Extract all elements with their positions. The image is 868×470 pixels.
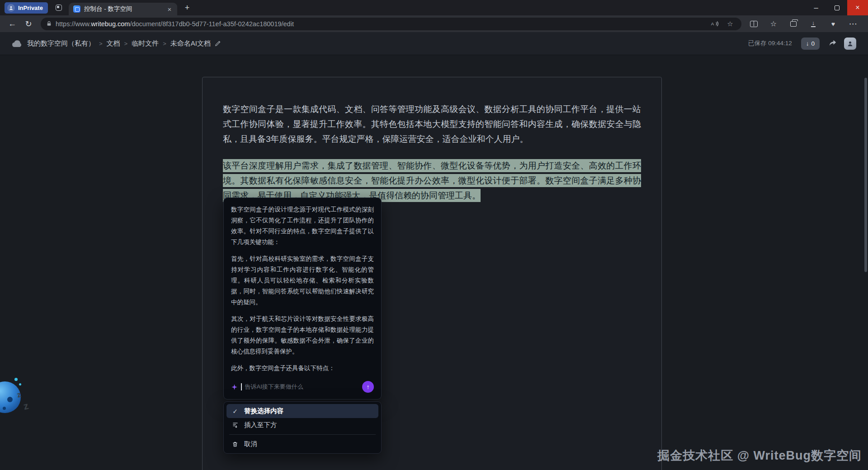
up-arrow-icon: ↑	[367, 381, 370, 392]
insert-below-icon	[231, 422, 239, 428]
scrollbar-thumb[interactable]	[864, 78, 867, 272]
breadcrumb-item-current[interactable]: 未命名AI文档	[170, 39, 211, 48]
sparkle-icon	[231, 384, 238, 390]
downloads-button[interactable]: ↓	[806, 17, 821, 31]
menu-item-label: 替换选择内容	[244, 407, 283, 415]
ai-generated-paragraph: 其次，对于航天和芯片设计等对数据安全性要求极高的行业，数字空间盒子的本地存储和数…	[231, 314, 374, 357]
mascot-antenna-dot	[19, 383, 21, 385]
selected-text[interactable]: 该平台深度理解用户需求，集成了数据管理、智能协作、微型化设备等优势，为用户打造安…	[223, 159, 641, 202]
rename-pencil-icon[interactable]	[215, 40, 221, 47]
download-count-button[interactable]: ↓ 0	[801, 38, 820, 50]
send-prompt-button[interactable]: ↑	[362, 381, 374, 393]
menu-item-cancel[interactable]: 取消	[226, 437, 378, 451]
add-favorite-icon[interactable]: ☆	[724, 18, 736, 30]
mascot-spot	[7, 397, 13, 402]
breadcrumb-item-docs[interactable]: 文档	[107, 39, 120, 48]
text-cursor	[241, 383, 242, 390]
workspaces-icon	[56, 5, 62, 11]
breadcrumb-item-temp[interactable]: 临时文件	[132, 39, 159, 48]
window-controls: ─ ×	[806, 0, 868, 15]
chevron-right-icon: >	[99, 40, 103, 47]
svg-text:A: A	[711, 21, 714, 26]
ai-generated-paragraph: 此外，数字空间盒子还具备以下特点：	[231, 363, 374, 374]
more-menu-button[interactable]: ⋯	[845, 17, 861, 31]
tab-active[interactable]: 控制台 - 数字空间 ×	[69, 3, 177, 15]
refresh-button[interactable]: ↻	[21, 17, 36, 31]
tab-title: 控制台 - 数字空间	[84, 5, 162, 13]
watermark-text: 掘金技术社区 @ WriteBug数字空间	[657, 447, 862, 464]
save-status: 已保存 09:44:12	[748, 39, 792, 47]
trash-icon	[231, 441, 239, 447]
person-icon	[7, 4, 15, 12]
ai-prompt-input[interactable]: 告诉AI接下来要做什么 ↑	[231, 380, 374, 394]
breadcrumb: 我的数字空间（私有） > 文档 > 临时文件 > 未命名AI文档	[27, 39, 221, 48]
lock-icon	[46, 21, 52, 27]
back-button[interactable]: ←	[5, 17, 20, 31]
split-screen-button[interactable]	[746, 17, 761, 31]
mascot-spot	[3, 407, 6, 410]
avatar-person-icon	[847, 40, 854, 47]
chevron-right-icon: >	[124, 40, 128, 47]
share-icon	[829, 40, 837, 47]
mascot-antenna-dot	[14, 378, 18, 381]
menu-item-insert-below[interactable]: 插入至下方	[226, 418, 378, 432]
inprivate-badge[interactable]: InPrivate	[5, 2, 48, 14]
menu-item-label: 插入至下方	[244, 421, 277, 429]
editor-content: 数字空间盒子是一款集成代码、文档、问答等管理功能及高级会议、数据分析工具的协同工…	[0, 55, 868, 470]
close-window-button[interactable]: ×	[847, 0, 868, 15]
ai-generated-paragraph: 首先，针对高校科研实验室的需求，数字空间盒子支持对学习内容和工作内容进行数字化、…	[231, 254, 374, 308]
url-text: https://www. writebug.com /document/8f31…	[56, 20, 705, 28]
menu-item-replace-selection[interactable]: ✓ 替换选择内容	[226, 404, 378, 418]
download-icon: ↓	[806, 40, 809, 47]
browser-essentials-button[interactable]: ♥	[826, 17, 841, 31]
tab-strip: InPrivate 控制台 - 数字空间 × + ─ ×	[0, 0, 868, 15]
maximize-icon	[835, 5, 840, 10]
document-paragraph-1[interactable]: 数字空间盒子是一款集成代码、文档、问答等管理功能及高级会议、数据分析工具的协同工…	[223, 102, 641, 146]
browser-toolbar: ← ↻ https://www. writebug.com /document/…	[0, 15, 868, 32]
ai-action-menu: ✓ 替换选择内容 插入至下方 取消	[223, 401, 382, 454]
address-bar[interactable]: https://www. writebug.com /document/8f31…	[41, 18, 741, 30]
breadcrumb-item-space[interactable]: 我的数字空间（私有）	[27, 39, 95, 48]
new-tab-button[interactable]: +	[181, 1, 193, 14]
download-count: 0	[811, 40, 815, 47]
url-scheme: https://www.	[56, 20, 91, 28]
inprivate-label: InPrivate	[18, 5, 43, 11]
ai-input-placeholder: 告诉AI接下来要做什么	[245, 381, 359, 392]
workspaces-button[interactable]	[52, 1, 65, 14]
collections-icon	[790, 21, 797, 27]
chevron-right-icon: >	[163, 40, 166, 47]
cloud-logo-icon	[12, 40, 23, 47]
tab-favicon	[73, 5, 80, 13]
ai-assistant-popup: 数字空间盒子的设计理念源于对现代工作模式的深刻洞察，它不仅简化了工作流程，还提升…	[223, 197, 382, 400]
maximize-button[interactable]	[826, 0, 847, 15]
assistant-mascot[interactable]: z z	[0, 371, 48, 430]
toolbar-actions: ☆ ↓ ♥ ⋯	[746, 17, 863, 31]
url-path: /document/8f317db0-5d77-11ef-a35f-0242ac…	[130, 20, 294, 28]
url-domain: writebug.com	[91, 20, 130, 28]
read-aloud-button[interactable]: A	[709, 18, 721, 30]
share-button[interactable]	[826, 37, 840, 50]
minimize-button[interactable]: ─	[806, 0, 826, 15]
user-avatar[interactable]	[844, 38, 856, 50]
tab-close-icon[interactable]: ×	[165, 5, 174, 13]
mascot-zzz-icon: z	[22, 400, 30, 413]
split-screen-icon	[750, 21, 758, 27]
ai-generated-paragraph: 数字空间盒子的设计理念源于对现代工作模式的深刻洞察，它不仅简化了工作流程，还提升…	[231, 204, 374, 248]
app-header: 我的数字空间（私有） > 文档 > 临时文件 > 未命名AI文档 已保存 09:…	[0, 32, 868, 55]
document-paragraph-2[interactable]: 该平台深度理解用户需求，集成了数据管理、智能协作、微型化设备等优势，为用户打造安…	[223, 158, 641, 203]
check-icon: ✓	[231, 408, 239, 415]
favorites-button[interactable]: ☆	[766, 17, 781, 31]
downloads-icon: ↓	[811, 20, 816, 27]
collections-button[interactable]	[786, 17, 801, 31]
menu-item-label: 取消	[244, 440, 257, 448]
menu-divider	[229, 434, 376, 435]
